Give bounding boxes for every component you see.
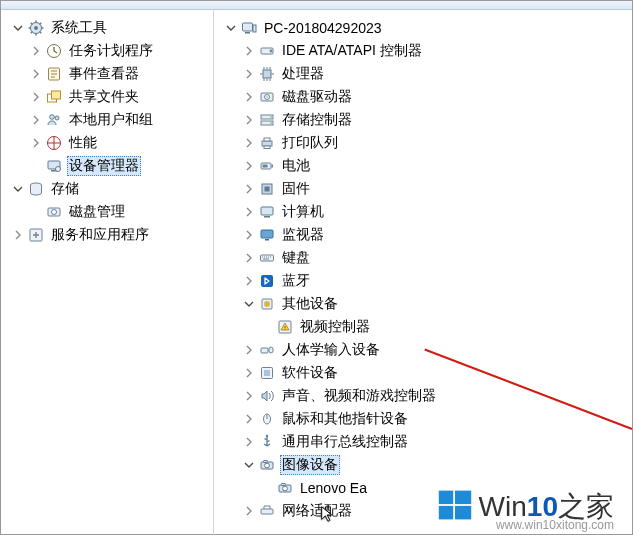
tree-item-root-pc[interactable]: PC-201804292023 [214,16,632,39]
chevron-right-icon[interactable] [29,90,43,104]
svg-rect-30 [245,32,250,34]
tree-item-label: 磁盘管理 [67,202,127,222]
chevron-down-icon[interactable] [11,21,25,35]
tree-item-cat-computer[interactable]: 计算机 [214,200,632,223]
chevron-right-icon[interactable] [242,182,256,196]
tree-item-shared-folders[interactable]: 共享文件夹 [1,85,213,108]
chevron-right-icon[interactable] [242,228,256,242]
cat-disk-drives-icon [258,88,276,106]
chevron-down-icon[interactable] [224,21,238,35]
tree-item-services-apps[interactable]: 服务和应用程序 [1,223,213,246]
tree-item-dev-video-controller[interactable]: 视频控制器 [214,315,632,338]
tree-item-cat-usb[interactable]: 通用串行总线控制器 [214,430,632,453]
tree-item-cat-hid[interactable]: 人体学输入设备 [214,338,632,361]
chevron-right-icon[interactable] [29,44,43,58]
tree-item-label: 打印队列 [280,133,340,153]
cat-mice-icon [258,410,276,428]
tree-item-task-scheduler[interactable]: 任务计划程序 [1,39,213,62]
tree-item-system-tools[interactable]: 系统工具 [1,16,213,39]
tree-item-cat-keyboards[interactable]: 键盘 [214,246,632,269]
chevron-right-icon[interactable] [29,113,43,127]
chevron-right-icon[interactable] [242,412,256,426]
tree-item-cat-firmware[interactable]: 固件 [214,177,632,200]
mmc-nav-tree[interactable]: 系统工具任务计划程序事件查看器共享文件夹本地用户和组性能设备管理器存储磁盘管理服… [1,10,214,535]
cat-ide-icon [258,42,276,60]
tree-item-event-viewer[interactable]: 事件查看器 [1,62,213,85]
svg-rect-69 [261,275,273,287]
cat-keyboards-icon [258,249,276,267]
tree-item-cat-software-devices[interactable]: 软件设备 [214,361,632,384]
tree-item-performance[interactable]: 性能 [1,131,213,154]
root-pc-icon [240,19,258,37]
tree-item-label: 蓝牙 [280,271,312,291]
chevron-right-icon[interactable] [242,90,256,104]
tree-item-label: 通用串行总线控制器 [280,432,410,452]
chevron-down-icon[interactable] [242,297,256,311]
chevron-right-icon[interactable] [242,389,256,403]
chevron-right-icon[interactable] [242,44,256,58]
tree-item-label: 键盘 [280,248,312,268]
svg-point-27 [52,209,57,214]
chevron-right-icon[interactable] [242,343,256,357]
cat-other-devices-icon [258,295,276,313]
chevron-down-icon[interactable] [242,458,256,472]
chevron-right-icon[interactable] [242,67,256,81]
tree-item-disk-management[interactable]: 磁盘管理 [1,200,213,223]
tree-item-label: 设备管理器 [67,156,141,176]
chevron-right-icon[interactable] [242,205,256,219]
chevron-right-icon[interactable] [242,159,256,173]
chevron-right-icon[interactable] [29,136,43,150]
chevron-right-icon[interactable] [242,251,256,265]
tree-item-label: 监视器 [280,225,326,245]
tree-item-label: 视频控制器 [298,317,372,337]
svg-rect-50 [262,141,272,146]
svg-rect-60 [261,230,273,238]
chevron-right-icon[interactable] [242,504,256,518]
cat-cpu-icon [258,65,276,83]
svg-point-83 [265,463,270,468]
tree-item-cat-battery[interactable]: 电池 [214,154,632,177]
chevron-right-icon[interactable] [242,435,256,449]
tree-item-device-manager[interactable]: 设备管理器 [1,154,213,177]
cat-audio-icon [258,387,276,405]
tree-item-cat-storage-controllers[interactable]: 存储控制器 [214,108,632,131]
tree-item-cat-other-devices[interactable]: 其他设备 [214,292,632,315]
svg-point-76 [269,347,273,353]
dev-video-controller-icon [276,318,294,336]
tree-item-label: 电池 [280,156,312,176]
tree-item-cat-bluetooth[interactable]: 蓝牙 [214,269,632,292]
tree-item-label: 性能 [67,133,99,153]
device-manager-tree[interactable]: PC-201804292023IDE ATA/ATAPI 控制器处理器磁盘驱动器… [214,10,632,535]
chevron-right-icon[interactable] [11,228,25,242]
chevron-right-icon[interactable] [29,67,43,81]
tree-item-local-users-groups[interactable]: 本地用户和组 [1,108,213,131]
tree-item-label: 软件设备 [280,363,340,383]
tree-item-cat-cpu[interactable]: 处理器 [214,62,632,85]
tree-item-cat-print-queues[interactable]: 打印队列 [214,131,632,154]
system-tools-icon [27,19,45,37]
tree-item-cat-ide[interactable]: IDE ATA/ATAPI 控制器 [214,39,632,62]
tree-item-cat-imaging[interactable]: 图像设备 [214,453,632,476]
disk-management-icon [45,203,63,221]
tree-item-label: 处理器 [280,64,326,84]
task-scheduler-icon [45,42,63,60]
chevron-right-icon[interactable] [242,274,256,288]
svg-rect-73 [285,326,286,328]
svg-rect-91 [438,506,452,520]
tree-item-cat-disk-drives[interactable]: 磁盘驱动器 [214,85,632,108]
svg-line-6 [31,22,33,24]
tree-item-label: 磁盘驱动器 [280,87,354,107]
svg-point-33 [270,49,273,52]
svg-rect-65 [266,256,267,257]
tree-item-cat-mice[interactable]: 鼠标和其他指针设备 [214,407,632,430]
svg-rect-16 [52,91,61,99]
chevron-down-icon[interactable] [11,182,25,196]
chevron-right-icon[interactable] [242,366,256,380]
tree-item-cat-monitors[interactable]: 监视器 [214,223,632,246]
svg-rect-90 [455,491,471,505]
tree-item-storage[interactable]: 存储 [1,177,213,200]
chevron-right-icon[interactable] [242,136,256,150]
local-users-groups-icon [45,111,63,129]
chevron-right-icon[interactable] [242,113,256,127]
tree-item-label: Lenovo Ea [298,479,369,497]
